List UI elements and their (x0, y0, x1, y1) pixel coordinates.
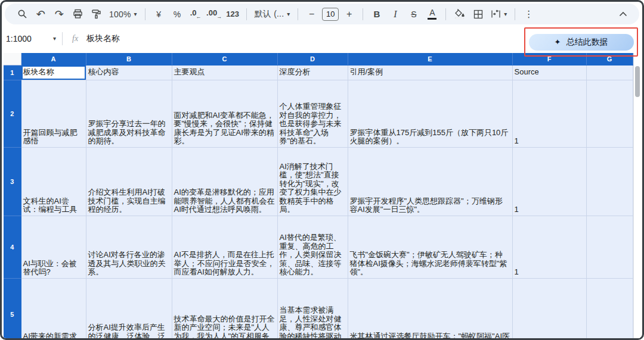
function-icon: fx (72, 34, 78, 43)
cell-g4[interactable] (586, 216, 633, 278)
cell-d2[interactable]: 个人体重管理象征对自我的掌控力，也是获得参与未来科技革命"入场券"的基石。 (277, 80, 348, 147)
row-header-5[interactable]: 5 (4, 278, 21, 340)
search-icon[interactable] (14, 7, 30, 22)
sparkle-icon: ✦ (555, 38, 561, 46)
cell-d4[interactable]: AI替代的是繁琐、重复、高危的工作，人类则保留决策、品味、连接等核心能力。 (277, 216, 348, 278)
font-family-dropdown[interactable]: 默认 (... ▾ (252, 7, 293, 22)
cell-b4[interactable]: 讨论AI对各行各业的渗透及其与人类职业的关系。 (86, 216, 172, 278)
toolbar-divider (515, 8, 515, 20)
chevron-down-icon: ▾ (134, 11, 137, 17)
zoom-value: 100% (109, 10, 131, 19)
summarize-data-label: 总结此数据 (566, 37, 608, 48)
cell-d3[interactable]: AI消解了技术门槛，使"想法"直接转化为"现实"，改变了权力集中在少数精英手中的… (277, 147, 348, 216)
cell-a4[interactable]: AI与职业：会被替代吗? (21, 216, 86, 278)
merge-cells-dropdown[interactable]: ▾ (488, 7, 509, 22)
cell-b2[interactable]: 罗振宇分享过去一年的减肥成果及对科技革命的期待。 (86, 80, 172, 147)
chevron-down-icon: ▾ (53, 36, 56, 42)
table-row: 5 AI带来的新需求与未来机会 分析AI提升效率后产生的泛健康、泛体验、泛学习等… (4, 278, 633, 340)
increase-font-size-button[interactable]: + (341, 7, 357, 22)
row-header-1[interactable]: 1 (4, 65, 21, 80)
collapse-toolbar-icon[interactable] (615, 7, 631, 22)
select-all-corner[interactable] (4, 53, 21, 65)
sheet-grid: A B C D E F G 1 板块名称 核心内容 主要观点 深度分析 引用/案… (4, 53, 640, 338)
cell-d5[interactable]: 当基本需求被满足，人性深处对健康、尊严和感官体验的稀缺性将驱动新一轮经济爆发。 (277, 278, 348, 340)
strikethrough-button[interactable]: S (405, 7, 422, 22)
currency-format-button[interactable]: ¥ (151, 7, 167, 22)
more-options-icon[interactable]: ⋮ (521, 7, 537, 22)
cell-g5[interactable] (586, 278, 633, 340)
red-highlight-box: ✦ 总结此数据 (524, 27, 638, 57)
cell-f2[interactable]: 1 (512, 80, 586, 147)
cell-b5[interactable]: 分析AI提升效率后产生的泛健康、泛体验、泛学习等新产业空间。 (86, 278, 172, 340)
cell-a3[interactable]: 文科生的AI尝试：编程与工具 (21, 147, 86, 216)
column-header-e[interactable]: E (348, 53, 512, 65)
sheet-table: A B C D E F G 1 板块名称 核心内容 主要观点 深度分析 引用/案… (4, 53, 633, 340)
cell-a5[interactable]: AI带来的新需求与未来机会 (21, 278, 86, 340)
column-header-d[interactable]: D (277, 53, 348, 65)
percent-format-button[interactable]: % (169, 7, 185, 22)
vertical-scrollbar[interactable] (633, 53, 640, 338)
cell-e4[interactable]: 飞书"金饭碗大赛"；伊敏矿无人驾驶矿车；种猪体检AI摄像头；海螺水泥老师傅裴军转… (348, 216, 512, 278)
summarize-data-button[interactable]: ✦ 总结此数据 (529, 34, 634, 51)
cell-c3[interactable]: AI的变革是潜移默化的；应用能喂养智能，人人都有机会在AI时代通过想法呼风唤雨。 (172, 147, 277, 216)
text-color-button[interactable]: A (424, 7, 440, 22)
cell-f5[interactable]: 1 (512, 278, 586, 340)
row-header-4[interactable]: 4 (4, 216, 21, 278)
formula-bar-divider (62, 32, 63, 45)
cell-g2[interactable] (586, 80, 633, 147)
italic-button[interactable]: I (387, 7, 403, 22)
text-color-label: A (429, 8, 435, 17)
formula-input[interactable]: 板块名称 (86, 33, 120, 44)
fill-color-button[interactable] (451, 7, 467, 22)
paint-format-icon[interactable] (88, 7, 104, 22)
cell-e2[interactable]: 罗振宇体重从175斤减到155斤（放下两只10斤火腿的案例）。 (348, 80, 512, 147)
toolbar-divider (298, 8, 298, 20)
table-row: 2 开篇回顾与减肥感悟 罗振宇分享过去一年的减肥成果及对科技革命的期待。 面对减… (4, 80, 633, 147)
decrease-font-size-button[interactable]: − (304, 7, 320, 22)
number-format-button[interactable]: 123 (225, 7, 241, 22)
toolbar-divider (363, 8, 363, 20)
cell-c4[interactable]: AI不是排挤人，而是在往上托举人；不应问行业是否安全，而应看AI如何解放人力。 (172, 216, 277, 278)
cell-d1[interactable]: 深度分析 (277, 65, 348, 80)
cell-b3[interactable]: 介绍文科生利用AI打破技术门槛，实现自主编程的经历。 (86, 147, 172, 216)
redo-icon[interactable]: ↷ (51, 7, 67, 22)
cell-b1[interactable]: 核心内容 (86, 65, 172, 80)
borders-button[interactable] (470, 7, 486, 22)
toolbar-divider (246, 8, 247, 20)
increase-decimal-button[interactable]: .00→ (206, 7, 222, 22)
toolbar: ↶ ↷ 100% ▾ ¥ % .0← .00→ 123 默认 (... ▾ (5, 4, 639, 24)
table-row: 3 文科生的AI尝试：编程与工具 介绍文科生利用AI打破技术门槛，实现自主编程的… (4, 147, 633, 216)
text-color-swatch (428, 18, 436, 20)
cell-g3[interactable] (586, 147, 633, 216)
name-box-value: 1:1000 (6, 34, 32, 43)
cell-c5[interactable]: 技术革命最大的价值是打开全新的产业空间；未来是"人人为我，我为人人"的互相服务社… (172, 278, 277, 340)
right-arrow-icon: → (216, 14, 222, 20)
decrease-decimal-button[interactable]: .0← (188, 7, 204, 22)
cell-f4[interactable]: 1 (512, 216, 586, 278)
cell-c2[interactable]: 面对减肥和AI变革都不能急，要"慢慢来，会很快"；保持健康长寿是为了见证AI带来… (172, 80, 277, 147)
cell-c1[interactable]: 主要观点 (172, 65, 277, 80)
column-header-b[interactable]: B (86, 53, 172, 65)
column-header-c[interactable]: C (172, 53, 277, 65)
cell-a2[interactable]: 开篇回顾与减肥感悟 (21, 80, 86, 147)
row-header-3[interactable]: 3 (4, 147, 21, 216)
undo-icon[interactable]: ↶ (33, 7, 49, 22)
cell-e3[interactable]: 罗振宇开发程序"人类思想跟踪器"；万维钢形容AI发展"一日三惊"。 (348, 147, 512, 216)
toolbar-divider (445, 8, 446, 20)
zoom-dropdown[interactable]: 100% ▾ (107, 7, 140, 22)
font-size-input[interactable]: 10 (322, 8, 339, 21)
table-row: 4 AI与职业：会被替代吗? 讨论AI对各行各业的渗透及其与人类职业的关系。 A… (4, 216, 633, 278)
cell-g1[interactable] (586, 65, 633, 80)
cell-e5[interactable]: 米其林通过评选餐厅鼓励开车；"蚂蚁阿福"AI医疗分身；牧民包虫病AI筛查项目。 (348, 278, 512, 340)
cell-f1[interactable]: Source (512, 65, 586, 80)
name-box[interactable]: 1:1000 ▾ (4, 34, 61, 43)
cell-f3[interactable]: 1 (512, 147, 586, 216)
print-icon[interactable] (70, 7, 86, 22)
cell-a1[interactable]: 板块名称 (21, 65, 86, 80)
toolbar-divider (145, 8, 145, 20)
cell-e1[interactable]: 引用/案例 (348, 65, 512, 80)
bold-button[interactable]: B (369, 7, 385, 22)
scrollbar-thumb[interactable] (635, 66, 640, 97)
column-header-a[interactable]: A (21, 53, 86, 65)
row-header-2[interactable]: 2 (4, 80, 21, 147)
